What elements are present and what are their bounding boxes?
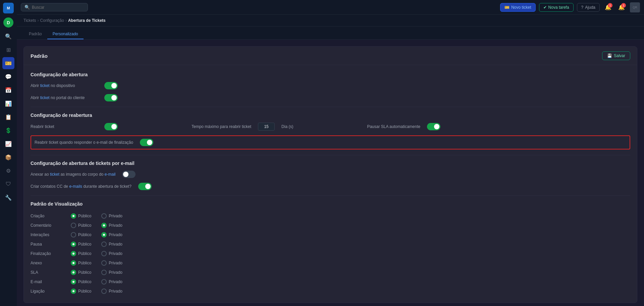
- sidebar-item-clipboard[interactable]: 📋: [2, 111, 14, 123]
- save-icon: 💾: [607, 53, 612, 58]
- radio-pausa-privado-label: Privado: [109, 242, 122, 247]
- vis-label-pausa: Pausa: [31, 242, 71, 247]
- label-dispositivo: Abrir ticket no dispositivo: [31, 83, 98, 88]
- radio-finalizacao-publico-btn[interactable]: [71, 251, 76, 256]
- radio-email-privado[interactable]: Privado: [101, 279, 122, 285]
- radio-anexo-privado[interactable]: Privado: [101, 260, 122, 266]
- nova-tarefa-button[interactable]: ✔ Nova tarefa: [539, 3, 574, 12]
- setting-row-dispositivo: Abrir ticket no dispositivo: [31, 82, 630, 89]
- radio-email-publico-btn[interactable]: [71, 279, 76, 285]
- radio-interacoes-privado[interactable]: Privado: [101, 232, 122, 237]
- sidebar-item-settings[interactable]: ⚙: [2, 165, 14, 177]
- radio-pausa-publico[interactable]: Público: [71, 242, 91, 247]
- vis-label-interacoes: Interações: [31, 232, 71, 237]
- toggle-pausar-sla[interactable]: [427, 123, 440, 130]
- task-icon: ✔: [543, 5, 547, 10]
- search-input[interactable]: [32, 5, 79, 10]
- alerts-bell[interactable]: 🔔 1: [616, 2, 627, 12]
- page-content: Padrão 💾 Salvar Configuração de abertura…: [17, 40, 644, 306]
- sidebar-item-shield[interactable]: 🛡: [2, 178, 14, 190]
- sidebar-item-box[interactable]: 📦: [2, 151, 14, 163]
- radio-sla-privado-btn[interactable]: [101, 270, 107, 275]
- vis-label-sla: SLA: [31, 270, 71, 275]
- radio-anexo-privado-btn[interactable]: [101, 260, 107, 266]
- radio-interacoes-publico-btn[interactable]: [71, 232, 76, 237]
- toggle-anexar[interactable]: [122, 171, 136, 178]
- radio-comentario-publico[interactable]: Público: [71, 223, 91, 228]
- radio-email-publico[interactable]: Público: [71, 279, 91, 285]
- radio-comentario-privado-btn[interactable]: [101, 223, 107, 228]
- label-reabrir-email: Reabrir ticket quando responder o e-mail…: [35, 140, 133, 145]
- search-box[interactable]: 🔍: [21, 3, 88, 11]
- radio-comentario-publico-label: Público: [78, 223, 91, 228]
- radio-comentario-privado-label: Privado: [109, 223, 122, 228]
- radio-email-privado-label: Privado: [109, 279, 122, 284]
- radio-interacoes-publico[interactable]: Público: [71, 232, 91, 237]
- sidebar-item-grid[interactable]: ⊞: [2, 44, 14, 56]
- radio-finalizacao-privado-btn[interactable]: [101, 251, 107, 256]
- label-pausar-sla: Pausar SLA automaticamente: [367, 124, 420, 129]
- radio-ligacao-publico[interactable]: Público: [71, 289, 91, 294]
- card-title: Padrão: [31, 53, 48, 59]
- radio-email-privado-btn[interactable]: [101, 279, 107, 285]
- toggle-dispositivo[interactable]: [104, 82, 118, 89]
- toggle-reabrir[interactable]: [104, 123, 118, 130]
- toggle-portal[interactable]: [104, 94, 118, 101]
- tab-personalizado[interactable]: Personalizado: [47, 29, 84, 39]
- radio-sla-publico[interactable]: Público: [71, 270, 91, 275]
- topbar: 🔍 🎫 Novo ticket ✔ Nova tarefa ? Ajuda 🔔 …: [17, 0, 644, 15]
- radio-finalizacao-privado[interactable]: Privado: [101, 251, 122, 256]
- section-title-reabertura: Configuração de reabertura: [31, 113, 630, 118]
- toggle-contatos-cc[interactable]: [138, 183, 152, 190]
- main-container: 🔍 🎫 Novo ticket ✔ Nova tarefa ? Ajuda 🔔 …: [17, 0, 644, 306]
- radio-ligacao-publico-btn[interactable]: [71, 289, 76, 294]
- novo-ticket-button[interactable]: 🎫 Novo ticket: [500, 3, 535, 12]
- toggle-reabrir-email[interactable]: [140, 139, 153, 146]
- sidebar-item-tool[interactable]: 🔧: [2, 191, 14, 204]
- radio-finalizacao-publico[interactable]: Público: [71, 251, 91, 256]
- highlighted-setting-row: Reabrir ticket quando responder o e-mail…: [31, 135, 630, 149]
- notifications-bell[interactable]: 🔔 1: [603, 2, 613, 12]
- vis-row-finalizacao: Finalização Público Privado: [31, 249, 630, 258]
- ajuda-button[interactable]: ? Ajuda: [577, 3, 600, 12]
- radio-pausa-publico-btn[interactable]: [71, 242, 76, 247]
- radio-criacao-publico-btn[interactable]: [71, 213, 76, 219]
- user-menu[interactable]: QR: [630, 2, 640, 12]
- radio-interacoes-privado-btn[interactable]: [101, 232, 107, 237]
- sidebar-item-calendar[interactable]: 📅: [2, 84, 14, 96]
- radio-anexo-publico-btn[interactable]: [71, 260, 76, 266]
- radio-anexo-publico[interactable]: Público: [71, 260, 91, 266]
- radio-criacao-publico[interactable]: Público: [71, 213, 91, 219]
- tab-padrao[interactable]: Padrão: [23, 29, 47, 39]
- radio-pausa-publico-label: Público: [78, 242, 91, 247]
- radio-pausa-privado-btn[interactable]: [101, 242, 107, 247]
- ticket-icon: 🎫: [504, 5, 509, 10]
- breadcrumb-part3: Abertura de Tickets: [68, 18, 106, 23]
- radio-ligacao-privado-btn[interactable]: [101, 289, 107, 294]
- radio-pausa-privado[interactable]: Privado: [101, 242, 122, 247]
- breadcrumb-part2: Configuração: [40, 18, 64, 23]
- user-avatar[interactable]: D: [3, 17, 13, 28]
- sidebar-item-chat[interactable]: 💬: [2, 71, 14, 83]
- radio-criacao-privado[interactable]: Privado: [101, 213, 122, 219]
- sidebar-item-chartline[interactable]: 📈: [2, 138, 14, 150]
- radio-sla-privado[interactable]: Privado: [101, 270, 122, 275]
- section-title-email: Configuração de abertura de tickets por …: [31, 161, 630, 166]
- settings-card: Padrão 💾 Salvar Configuração de abertura…: [23, 46, 637, 303]
- alerts-badge: 1: [621, 3, 626, 8]
- tabs: Padrão Personalizado: [17, 27, 644, 40]
- tempo-maximo-input[interactable]: [258, 123, 275, 131]
- radio-criacao-privado-label: Privado: [109, 214, 122, 218]
- radio-comentario-privado[interactable]: Privado: [101, 223, 122, 228]
- sidebar-item-ticket[interactable]: 🎫: [2, 57, 14, 69]
- radio-ligacao-privado[interactable]: Privado: [101, 289, 122, 294]
- radio-criacao-privado-btn[interactable]: [101, 213, 107, 219]
- reabrir-main-row: Reabrir ticket Tempo máximo para reabrir…: [31, 123, 630, 131]
- sidebar-item-barchart[interactable]: 📊: [2, 97, 14, 110]
- sidebar-item-dollar[interactable]: 💲: [2, 124, 14, 136]
- save-button[interactable]: 💾 Salvar: [602, 51, 630, 60]
- sidebar-item-search[interactable]: 🔍: [2, 30, 14, 42]
- radio-comentario-publico-btn[interactable]: [71, 223, 76, 228]
- radio-sla-publico-btn[interactable]: [71, 270, 76, 275]
- vis-row-email: E-mail Público Privado: [31, 277, 630, 287]
